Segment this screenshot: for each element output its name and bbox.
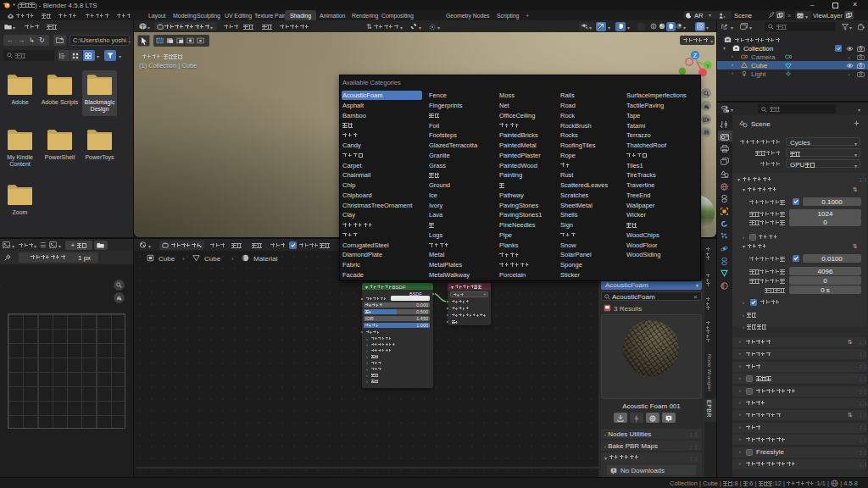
svg-text:Z: Z (693, 53, 698, 58)
svg-text:Y: Y (706, 64, 709, 69)
